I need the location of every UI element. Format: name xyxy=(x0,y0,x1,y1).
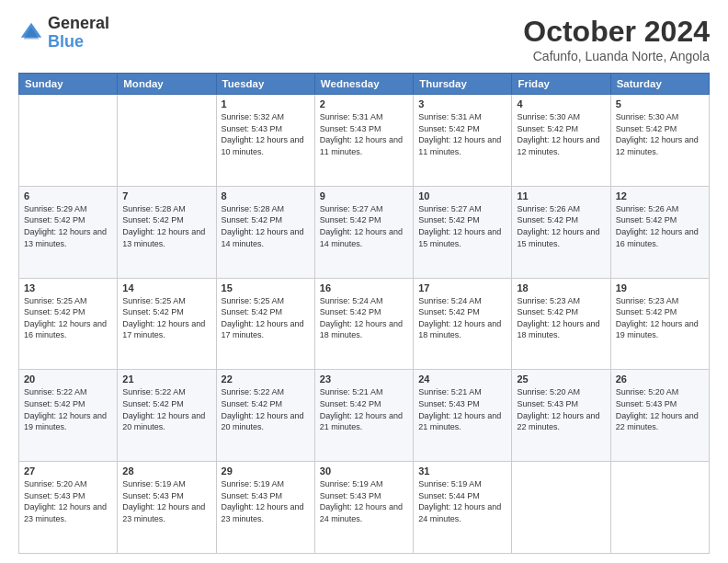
day-number: 13 xyxy=(24,282,112,293)
day-info: Sunrise: 5:19 AMSunset: 5:44 PMDaylight:… xyxy=(418,478,506,524)
calendar-cell: 28Sunrise: 5:19 AMSunset: 5:43 PMDayligh… xyxy=(118,462,216,554)
week-row-3: 13Sunrise: 5:25 AMSunset: 5:42 PMDayligh… xyxy=(19,278,710,370)
day-info: Sunrise: 5:26 AMSunset: 5:42 PMDaylight:… xyxy=(517,203,605,249)
calendar-table: SundayMondayTuesdayWednesdayThursdayFrid… xyxy=(18,73,710,554)
day-number: 31 xyxy=(418,465,506,477)
calendar-cell: 6Sunrise: 5:29 AMSunset: 5:42 PMDaylight… xyxy=(19,186,118,278)
day-info: Sunrise: 5:30 AMSunset: 5:42 PMDaylight:… xyxy=(517,111,605,157)
day-number: 29 xyxy=(222,465,310,477)
calendar-cell: 21Sunrise: 5:22 AMSunset: 5:42 PMDayligh… xyxy=(118,370,216,462)
day-number: 11 xyxy=(517,190,605,201)
day-number: 27 xyxy=(24,465,112,477)
calendar-cell: 1Sunrise: 5:32 AMSunset: 5:43 PMDaylight… xyxy=(216,95,314,187)
weekday-header-row: SundayMondayTuesdayWednesdayThursdayFrid… xyxy=(19,74,710,95)
week-row-4: 20Sunrise: 5:22 AMSunset: 5:42 PMDayligh… xyxy=(19,370,710,462)
day-number: 23 xyxy=(320,373,408,385)
calendar-cell xyxy=(610,462,709,554)
day-info: Sunrise: 5:23 AMSunset: 5:42 PMDaylight:… xyxy=(616,295,704,341)
calendar-cell: 18Sunrise: 5:23 AMSunset: 5:42 PMDayligh… xyxy=(512,278,610,370)
day-number: 30 xyxy=(320,465,408,477)
calendar-cell: 9Sunrise: 5:27 AMSunset: 5:42 PMDaylight… xyxy=(314,186,413,278)
weekday-header-sunday: Sunday xyxy=(19,74,118,95)
calendar-cell: 26Sunrise: 5:20 AMSunset: 5:43 PMDayligh… xyxy=(610,370,709,462)
logo: General Blue xyxy=(18,15,109,52)
day-info: Sunrise: 5:22 AMSunset: 5:42 PMDaylight:… xyxy=(222,386,310,432)
calendar-cell: 27Sunrise: 5:20 AMSunset: 5:43 PMDayligh… xyxy=(19,462,118,554)
calendar-cell: 22Sunrise: 5:22 AMSunset: 5:42 PMDayligh… xyxy=(216,370,314,462)
weekday-header-tuesday: Tuesday xyxy=(216,74,314,95)
calendar-cell: 23Sunrise: 5:21 AMSunset: 5:42 PMDayligh… xyxy=(314,370,413,462)
logo-icon xyxy=(18,20,44,46)
day-info: Sunrise: 5:21 AMSunset: 5:42 PMDaylight:… xyxy=(320,386,408,432)
logo-blue-text: Blue xyxy=(48,32,84,51)
day-number: 19 xyxy=(616,282,704,293)
day-number: 14 xyxy=(122,282,210,293)
day-number: 7 xyxy=(122,190,210,201)
calendar-cell: 16Sunrise: 5:24 AMSunset: 5:42 PMDayligh… xyxy=(314,278,413,370)
calendar-cell: 31Sunrise: 5:19 AMSunset: 5:44 PMDayligh… xyxy=(414,462,512,554)
day-info: Sunrise: 5:24 AMSunset: 5:42 PMDaylight:… xyxy=(418,295,506,341)
day-info: Sunrise: 5:31 AMSunset: 5:43 PMDaylight:… xyxy=(320,111,408,157)
day-info: Sunrise: 5:30 AMSunset: 5:42 PMDaylight:… xyxy=(616,111,704,157)
day-info: Sunrise: 5:19 AMSunset: 5:43 PMDaylight:… xyxy=(222,478,310,524)
day-number: 1 xyxy=(222,98,310,109)
calendar-cell: 5Sunrise: 5:30 AMSunset: 5:42 PMDaylight… xyxy=(610,95,709,187)
day-number: 3 xyxy=(418,98,506,109)
day-info: Sunrise: 5:25 AMSunset: 5:42 PMDaylight:… xyxy=(24,295,112,341)
calendar-cell: 20Sunrise: 5:22 AMSunset: 5:42 PMDayligh… xyxy=(19,370,118,462)
day-number: 24 xyxy=(418,373,506,385)
day-info: Sunrise: 5:27 AMSunset: 5:42 PMDaylight:… xyxy=(418,203,506,249)
day-number: 9 xyxy=(320,190,408,201)
calendar-cell xyxy=(512,462,610,554)
calendar-cell xyxy=(19,95,118,187)
calendar-cell xyxy=(118,95,216,187)
calendar-cell: 10Sunrise: 5:27 AMSunset: 5:42 PMDayligh… xyxy=(414,186,512,278)
calendar-cell: 14Sunrise: 5:25 AMSunset: 5:42 PMDayligh… xyxy=(118,278,216,370)
day-number: 2 xyxy=(320,98,408,109)
day-info: Sunrise: 5:21 AMSunset: 5:43 PMDaylight:… xyxy=(418,386,506,432)
calendar-cell: 29Sunrise: 5:19 AMSunset: 5:43 PMDayligh… xyxy=(216,462,314,554)
day-number: 22 xyxy=(222,373,310,385)
week-row-2: 6Sunrise: 5:29 AMSunset: 5:42 PMDaylight… xyxy=(19,186,710,278)
day-info: Sunrise: 5:32 AMSunset: 5:43 PMDaylight:… xyxy=(222,111,310,157)
day-number: 10 xyxy=(418,190,506,201)
calendar-cell: 13Sunrise: 5:25 AMSunset: 5:42 PMDayligh… xyxy=(19,278,118,370)
calendar-cell: 24Sunrise: 5:21 AMSunset: 5:43 PMDayligh… xyxy=(414,370,512,462)
calendar-cell: 30Sunrise: 5:19 AMSunset: 5:43 PMDayligh… xyxy=(314,462,413,554)
day-number: 8 xyxy=(222,190,310,201)
calendar-cell: 11Sunrise: 5:26 AMSunset: 5:42 PMDayligh… xyxy=(512,186,610,278)
month-title: October 2024 xyxy=(523,15,710,49)
day-info: Sunrise: 5:20 AMSunset: 5:43 PMDaylight:… xyxy=(517,386,605,432)
day-info: Sunrise: 5:24 AMSunset: 5:42 PMDaylight:… xyxy=(320,295,408,341)
day-number: 28 xyxy=(122,465,210,477)
logo-text: General Blue xyxy=(48,15,109,52)
page: General Blue October 2024 Cafunfo, Luand… xyxy=(0,0,728,563)
day-number: 21 xyxy=(122,373,210,385)
day-number: 5 xyxy=(616,98,704,109)
week-row-1: 1Sunrise: 5:32 AMSunset: 5:43 PMDaylight… xyxy=(19,95,710,187)
day-number: 4 xyxy=(517,98,605,109)
day-info: Sunrise: 5:23 AMSunset: 5:42 PMDaylight:… xyxy=(517,295,605,341)
calendar-cell: 25Sunrise: 5:20 AMSunset: 5:43 PMDayligh… xyxy=(512,370,610,462)
calendar-cell: 15Sunrise: 5:25 AMSunset: 5:42 PMDayligh… xyxy=(216,278,314,370)
header: General Blue October 2024 Cafunfo, Luand… xyxy=(18,15,710,63)
day-info: Sunrise: 5:29 AMSunset: 5:42 PMDaylight:… xyxy=(24,203,112,249)
calendar-cell: 17Sunrise: 5:24 AMSunset: 5:42 PMDayligh… xyxy=(414,278,512,370)
day-number: 15 xyxy=(222,282,310,293)
day-number: 25 xyxy=(517,373,605,385)
day-info: Sunrise: 5:20 AMSunset: 5:43 PMDaylight:… xyxy=(616,386,704,432)
day-info: Sunrise: 5:27 AMSunset: 5:42 PMDaylight:… xyxy=(320,203,408,249)
day-info: Sunrise: 5:26 AMSunset: 5:42 PMDaylight:… xyxy=(616,203,704,249)
calendar-cell: 12Sunrise: 5:26 AMSunset: 5:42 PMDayligh… xyxy=(610,186,709,278)
day-info: Sunrise: 5:31 AMSunset: 5:42 PMDaylight:… xyxy=(418,111,506,157)
day-info: Sunrise: 5:22 AMSunset: 5:42 PMDaylight:… xyxy=(122,386,210,432)
day-number: 16 xyxy=(320,282,408,293)
day-number: 20 xyxy=(24,373,112,385)
day-info: Sunrise: 5:25 AMSunset: 5:42 PMDaylight:… xyxy=(122,295,210,341)
day-number: 18 xyxy=(517,282,605,293)
day-info: Sunrise: 5:19 AMSunset: 5:43 PMDaylight:… xyxy=(122,478,210,524)
day-number: 12 xyxy=(616,190,704,201)
day-info: Sunrise: 5:28 AMSunset: 5:42 PMDaylight:… xyxy=(222,203,310,249)
day-info: Sunrise: 5:25 AMSunset: 5:42 PMDaylight:… xyxy=(222,295,310,341)
weekday-header-wednesday: Wednesday xyxy=(314,74,413,95)
